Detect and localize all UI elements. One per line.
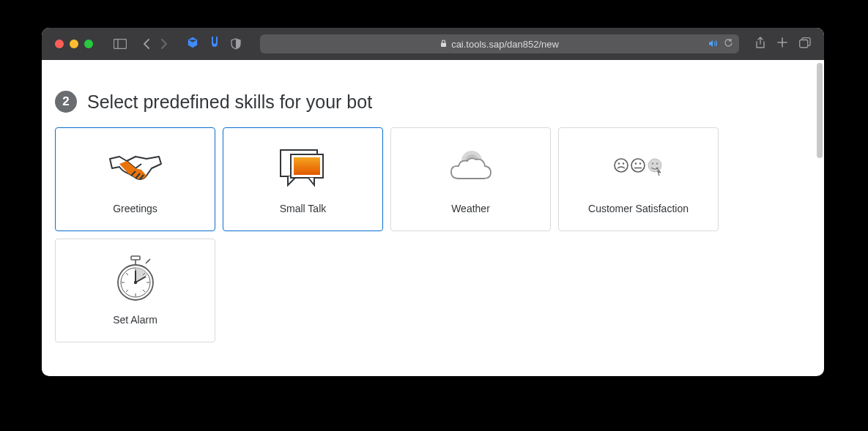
skill-label: Customer Satisfaction xyxy=(588,203,689,214)
svg-point-37 xyxy=(133,281,136,284)
handshake-icon xyxy=(106,144,165,191)
reload-icon[interactable] xyxy=(724,38,733,50)
audio-icon[interactable] xyxy=(708,39,718,50)
url-text: cai.tools.sap/dan852/new xyxy=(451,39,559,50)
svg-point-19 xyxy=(651,162,653,164)
svg-rect-5 xyxy=(800,40,808,48)
extension-cube-icon[interactable] xyxy=(187,37,199,51)
share-icon[interactable] xyxy=(755,37,765,52)
svg-point-13 xyxy=(622,162,623,164)
svg-rect-8 xyxy=(294,157,320,175)
skill-label: Greetings xyxy=(113,203,157,214)
satisfaction-faces-icon xyxy=(609,144,668,191)
extension-honey-icon[interactable] xyxy=(209,36,220,52)
skill-label: Small Talk xyxy=(280,203,327,214)
titlebar: cai.tools.sap/dan852/new xyxy=(42,28,824,60)
skill-card-greetings[interactable]: Greetings xyxy=(55,127,215,231)
back-button[interactable] xyxy=(143,39,150,49)
stopwatch-icon xyxy=(106,255,165,302)
sidebar-toggle-icon[interactable] xyxy=(114,39,127,49)
step-title: Select predefined skills for your bot xyxy=(87,91,372,113)
step-number-badge: 2 xyxy=(55,91,77,113)
svg-point-20 xyxy=(656,162,657,164)
shield-icon[interactable] xyxy=(231,38,241,50)
tabs-overview-icon[interactable] xyxy=(799,37,811,51)
skill-card-weather[interactable]: Weather xyxy=(390,127,551,231)
close-window-button[interactable] xyxy=(55,40,64,48)
step-header: 2 Select predefined skills for your bot xyxy=(55,91,811,113)
address-bar[interactable]: cai.tools.sap/dan852/new xyxy=(260,34,739,53)
window-controls xyxy=(55,40,93,48)
svg-point-15 xyxy=(634,162,636,164)
browser-window: cai.tools.sap/dan852/new xyxy=(42,28,824,376)
svg-point-11 xyxy=(615,159,628,172)
scrollbar[interactable] xyxy=(815,63,823,370)
svg-point-12 xyxy=(617,162,619,164)
svg-point-14 xyxy=(631,159,645,172)
svg-rect-21 xyxy=(131,256,140,260)
minimize-window-button[interactable] xyxy=(70,40,78,48)
skill-label: Set Alarm xyxy=(113,314,157,326)
new-tab-icon[interactable] xyxy=(777,37,787,50)
weather-icon xyxy=(442,144,500,191)
forward-button[interactable] xyxy=(160,39,168,49)
skill-label: Weather xyxy=(451,203,490,214)
skill-cards: Greetings xyxy=(55,127,811,342)
svg-rect-2 xyxy=(441,42,446,47)
lock-icon xyxy=(440,40,447,49)
skill-card-set-alarm[interactable]: Set Alarm xyxy=(55,239,215,342)
svg-point-18 xyxy=(648,159,661,172)
skill-card-small-talk[interactable]: Small Talk xyxy=(223,127,383,231)
chat-icon xyxy=(274,144,333,191)
svg-line-24 xyxy=(146,261,149,263)
scrollbar-thumb[interactable] xyxy=(817,63,823,158)
maximize-window-button[interactable] xyxy=(84,40,93,48)
skill-card-customer-satisfaction[interactable]: Customer Satisfaction xyxy=(558,127,719,231)
svg-rect-0 xyxy=(114,40,127,49)
page-content: 2 Select predefined skills for your bot … xyxy=(42,60,824,356)
svg-point-16 xyxy=(639,162,640,164)
